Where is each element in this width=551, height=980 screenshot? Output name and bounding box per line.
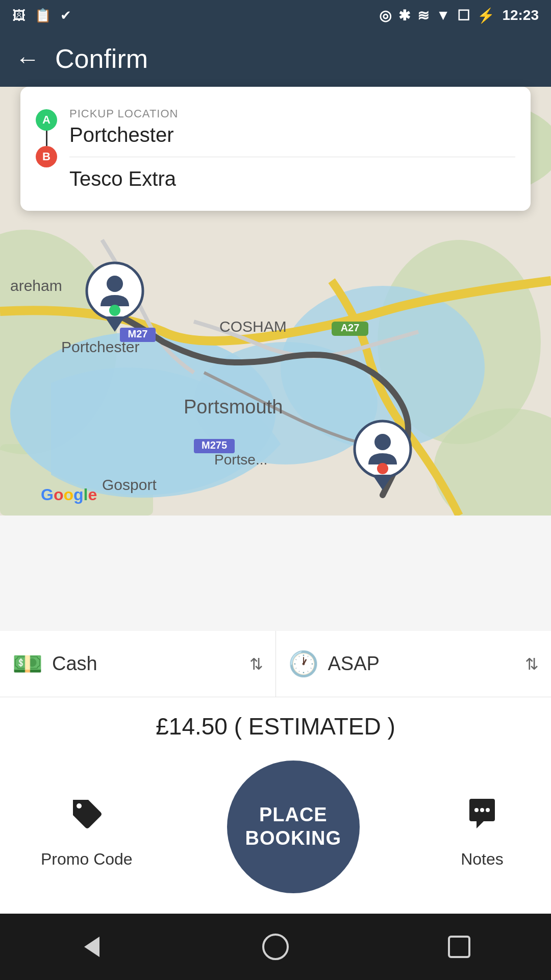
top-bar: ← Confirm	[0, 31, 551, 87]
calendar-icon: 📋	[35, 8, 51, 23]
nav-back-button[interactable]	[71, 926, 112, 967]
svg-text:Portchester: Portchester	[61, 338, 139, 355]
svg-point-37	[263, 935, 288, 959]
check-icon: ✔	[60, 8, 71, 23]
destination-name: Tesco Extra	[69, 167, 515, 190]
place-booking-line1: PLACE	[259, 803, 328, 827]
svg-point-33	[474, 808, 479, 812]
svg-point-29	[374, 434, 391, 450]
timing-arrow: ⇅	[525, 654, 539, 674]
svg-point-32	[77, 803, 82, 808]
notes-chat-icon	[464, 796, 500, 831]
svg-text:M275: M275	[202, 439, 227, 451]
pickup-row[interactable]: PICKUP LOCATION Portchester	[69, 97, 515, 157]
status-bar-right: ◎ ✱ ≋ ▼ ☐ ⚡ 12:23	[379, 7, 539, 24]
bluetooth-icon: ✱	[398, 7, 410, 24]
estimate-display: £14.50 ( ESTIMATED )	[0, 697, 551, 750]
svg-point-35	[486, 808, 490, 812]
svg-text:Google: Google	[41, 485, 97, 504]
vibrate-icon: ≋	[417, 7, 429, 24]
time-display: 12:23	[502, 7, 539, 23]
notes-label: Notes	[461, 850, 504, 869]
location-card: A B PICKUP LOCATION Portchester Tesco Ex…	[20, 87, 531, 211]
promo-tag-icon	[69, 796, 105, 831]
promo-code-button[interactable]: Promo Code	[41, 786, 133, 869]
pickup-name: Portchester	[69, 124, 515, 146]
svg-text:Portse...: Portse...	[214, 452, 267, 468]
promo-icon-wrap	[59, 786, 115, 842]
clock-icon: 🕐	[288, 650, 319, 678]
svg-point-26	[109, 305, 120, 316]
nav-home-button[interactable]	[255, 926, 296, 967]
place-booking-line2: BOOKING	[245, 827, 342, 850]
payment-label: Cash	[52, 653, 240, 675]
svg-text:areham: areham	[10, 277, 62, 294]
marker-b: B	[36, 146, 57, 167]
payment-arrow: ⇅	[249, 654, 263, 674]
destination-row[interactable]: Tesco Extra	[69, 157, 515, 201]
place-booking-button[interactable]: PLACE BOOKING	[227, 761, 360, 893]
svg-text:Portsmouth: Portsmouth	[184, 396, 283, 418]
photo-icon: 🖼	[12, 8, 26, 23]
svg-point-30	[377, 463, 388, 474]
wifi-icon: ▼	[436, 7, 450, 23]
notes-button[interactable]: Notes	[454, 786, 510, 869]
options-row: 💵 Cash ⇅ 🕐 ASAP ⇅	[0, 631, 551, 697]
back-button[interactable]: ←	[15, 45, 40, 73]
svg-point-25	[107, 276, 123, 292]
status-bar: 🖼 📋 ✔ ◎ ✱ ≋ ▼ ☐ ⚡ 12:23	[0, 0, 551, 31]
battery-icon: ⚡	[477, 7, 495, 24]
nav-bar	[0, 914, 551, 980]
svg-rect-38	[449, 937, 469, 957]
notes-icon-wrap	[454, 786, 510, 842]
payment-option[interactable]: 💵 Cash ⇅	[0, 631, 276, 697]
promo-label: Promo Code	[41, 850, 133, 869]
pickup-label: PICKUP LOCATION	[69, 107, 515, 120]
svg-text:M27: M27	[128, 328, 148, 339]
marker-a: A	[36, 109, 57, 131]
timing-option[interactable]: 🕐 ASAP ⇅	[276, 631, 552, 697]
status-bar-left: 🖼 📋 ✔	[12, 8, 71, 23]
page-title: Confirm	[55, 43, 148, 74]
nav-recents-button[interactable]	[439, 926, 480, 967]
action-row: Promo Code PLACE BOOKING Notes	[0, 750, 551, 914]
svg-text:A27: A27	[341, 322, 360, 333]
svg-marker-36	[84, 937, 99, 957]
signal-icon: ☐	[457, 7, 470, 24]
cash-icon: 💵	[12, 650, 43, 678]
timing-label: ASAP	[328, 653, 516, 675]
svg-point-34	[480, 808, 484, 812]
svg-text:Gosport: Gosport	[102, 476, 157, 493]
location-icon: ◎	[379, 7, 391, 24]
svg-text:COSHAM: COSHAM	[219, 318, 287, 335]
bottom-panel: 💵 Cash ⇅ 🕐 ASAP ⇅ £14.50 ( ESTIMATED ) P…	[0, 631, 551, 914]
